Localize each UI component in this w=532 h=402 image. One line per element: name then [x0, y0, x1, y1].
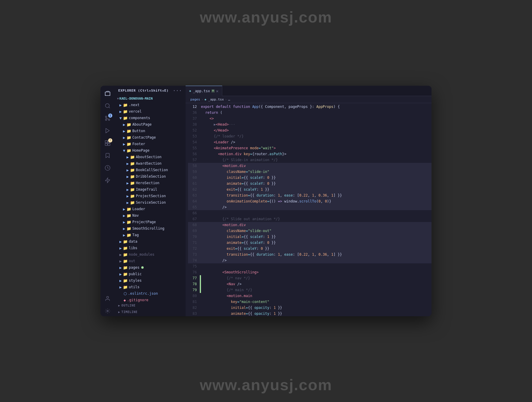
sidebar-item-loader[interactable]: ▶ 📁 Loader — [115, 206, 186, 212]
sidebar-item-contactpage[interactable]: ▶ 📁 ContactPage — [115, 134, 186, 141]
folder-contactpage-icon: 📁 — [126, 135, 131, 140]
activity-explorer-icon[interactable] — [102, 88, 113, 99]
code-content[interactable]: 12 export default function App({ Compone… — [186, 103, 432, 316]
code-text-61: animate={{ scaleY: 0 }} — [201, 181, 432, 187]
folder-libs-label: libs — [129, 246, 137, 250]
project-name: KAEL-DONOVAN-MAIN — [119, 97, 153, 100]
sidebar-item-next[interactable]: ▶ 📁 .next — [115, 102, 186, 108]
sidebar-item-nav[interactable]: ▶ 📁 Nav — [115, 212, 186, 219]
project-arrow: ▼ — [117, 97, 119, 100]
svg-rect-8 — [105, 143, 108, 146]
folder-icon: ▼ — [123, 148, 125, 153]
line-num-61: 61 — [188, 181, 200, 187]
folder-icon: ▶ — [119, 272, 122, 276]
folder-icon: ▶ — [126, 168, 129, 172]
sidebar-item-vercel[interactable]: ▶ 📁 vercel — [115, 108, 186, 115]
code-text-73: transition={{ duration: 1, ease: [0.22, … — [201, 252, 432, 257]
sidebar-item-imagetrail[interactable]: ▶ 📁 ImageTrail — [115, 186, 186, 193]
code-line-37: 37 <> — [188, 116, 432, 121]
sidebar-item-button[interactable]: ▶ 📁 Button — [115, 128, 186, 134]
activity-debug-icon[interactable] — [102, 125, 113, 136]
sidebar-item-gitignore[interactable]: ◆ .gitignore — [115, 297, 186, 302]
sidebar-item-projectsection[interactable]: ▶ 📁 ProjectSection — [115, 193, 186, 199]
sidebar-item-aboutpage[interactable]: ▶ 📁 AboutPage — [115, 121, 186, 128]
line-num-77: 77 — [188, 275, 200, 281]
folder-button-icon: 📁 — [126, 129, 131, 133]
breadcrumb-pages: pages — [190, 98, 200, 101]
activity-account-icon[interactable] — [102, 293, 113, 304]
folder-herosection-icon: 📁 — [130, 181, 135, 185]
sidebar-item-homepage[interactable]: ▼ 📁 HomePage — [115, 147, 186, 154]
folder-icon: ▶ — [126, 174, 129, 179]
activity-bar: 1 ! — [100, 86, 115, 316]
sidebar-item-herosection[interactable]: ▶ 📁 HeroSection — [115, 180, 186, 186]
activity-extensions-icon[interactable]: ! — [102, 138, 113, 148]
line-num-12: 12 — [188, 104, 200, 110]
sidebar-item-eslintrc[interactable]: ⬡ .eslintrc.json — [115, 290, 186, 297]
sidebar-item-tag[interactable]: ▶ 📁 Tag — [115, 232, 186, 238]
folder-nodemodules-label: node_modules — [129, 252, 155, 257]
folder-icon: ▶ — [123, 207, 125, 211]
line-num-74: 74 — [188, 257, 200, 263]
expand-38[interactable]: ▶ — [214, 122, 216, 127]
folder-vercel-icon: 📁 — [123, 109, 128, 114]
code-text-77: {/* nav */} — [201, 275, 432, 281]
code-text-38: ▶<Head>··· — [201, 121, 432, 127]
tab-close-button[interactable]: ✕ — [216, 89, 218, 93]
sidebar-item-awardsection[interactable]: ▶ 📁 AwardSection — [115, 160, 186, 167]
sidebar-item-dribblesection[interactable]: ▶ 📁 DribbleSection — [115, 173, 186, 180]
code-line-66: 66 — [188, 210, 432, 216]
code-line-74: 74 /> — [188, 257, 432, 263]
code-text-71: animate={{ scaleY: 0 }} — [201, 240, 432, 246]
activity-search-icon[interactable] — [102, 100, 113, 111]
sidebar-item-public[interactable]: ▶ 📁 public — [115, 271, 186, 277]
sidebar-item-aboutsection[interactable]: ▶ 📁 AboutSection — [115, 154, 186, 160]
sidebar-timeline[interactable]: ▶ TIMELINE — [115, 309, 186, 315]
folder-awardsection-label: AwardSection — [136, 161, 162, 166]
sidebar-item-nodemodules[interactable]: ▶ 📁 node_modules — [115, 251, 186, 258]
sidebar-item-footer[interactable]: ▶ 📁 Footer — [115, 141, 186, 147]
explorer-title: EXPLORER (Ctrl+Shift+E) — [118, 89, 169, 93]
folder-public-label: public — [129, 272, 142, 276]
sidebar-item-pages[interactable]: ▶ 📁 pages — [115, 264, 186, 271]
sidebar-item-projectpage[interactable]: ▶ 📁 ProjectPage — [115, 219, 186, 225]
line-num-54: 54 — [188, 139, 200, 145]
sidebar-outline[interactable]: ▶ OUTLINE — [115, 302, 186, 309]
folder-icon: ▶ — [126, 181, 129, 185]
code-text-72: exit={{ scaleY: 0 }} — [201, 246, 432, 252]
svg-rect-9 — [108, 143, 110, 146]
sidebar-item-servicesection[interactable]: ▶ 📁 ServiceSection — [115, 199, 186, 206]
line-num-53: 53 — [188, 133, 200, 139]
folder-utils-label: utils — [129, 285, 140, 289]
activity-timeline-icon[interactable] — [102, 163, 113, 173]
code-line-79: 79 {/* main */} — [188, 287, 432, 293]
sidebar-item-components[interactable]: ▼ 📁 components — [115, 115, 186, 121]
sidebar-item-data[interactable]: ▶ 📁 data — [115, 238, 186, 245]
activity-scm-icon[interactable]: 1 — [102, 113, 113, 124]
line-num-38: 38 — [188, 121, 200, 127]
svg-point-12 — [107, 296, 109, 299]
folder-homepage-icon: 📁 — [126, 148, 131, 153]
svg-point-13 — [107, 310, 108, 312]
svg-rect-6 — [105, 141, 108, 143]
sidebar-item-utils[interactable]: ▶ 📁 utils — [115, 284, 186, 290]
folder-out-icon: 📁 — [123, 259, 128, 263]
main-layout: 1 ! — [100, 86, 432, 316]
activity-remote-icon[interactable] — [102, 175, 113, 186]
tree-project-root[interactable]: ▼ KAEL-DONOVAN-MAIN — [115, 95, 186, 102]
activity-bookmark-icon[interactable] — [102, 150, 113, 161]
sidebar-item-bookcallsection[interactable]: ▶ 📁 BookCallSection — [115, 167, 186, 173]
sidebar-menu-icon[interactable]: ··· — [173, 88, 182, 93]
folder-icon: ▶ — [119, 285, 122, 289]
folder-public-icon: 📁 — [123, 272, 128, 276]
sidebar-item-libs[interactable]: ▶ 📁 libs — [115, 245, 186, 251]
code-line-54: 54 <Loader /> — [188, 139, 432, 145]
code-line-56: 56 <motion.div key={router.asPath}> — [188, 151, 432, 157]
code-text-65: /> — [201, 204, 432, 210]
tab-app-tsx[interactable]: ◈ _app.tsx M ✕ — [186, 86, 222, 96]
sidebar-item-out[interactable]: ▶ 📁 out — [115, 258, 186, 264]
line-num-82: 82 — [188, 305, 200, 311]
sidebar-item-smoothscrolling[interactable]: ▶ 📁 SmoothScrolling — [115, 225, 186, 232]
sidebar-item-styles[interactable]: ▶ 📁 styles — [115, 277, 186, 284]
activity-settings-icon[interactable] — [102, 306, 113, 316]
